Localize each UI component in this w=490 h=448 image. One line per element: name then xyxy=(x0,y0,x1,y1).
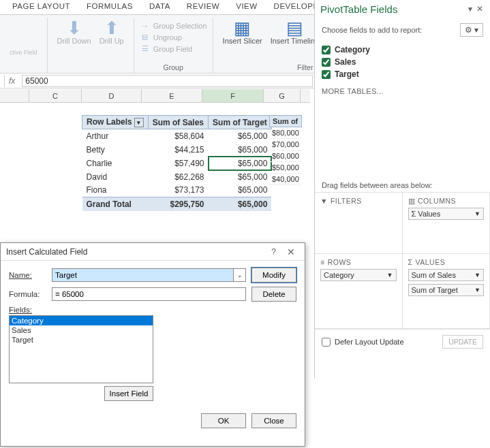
group-label-filter: Filter xyxy=(297,63,313,73)
drag-label: Drag fields between areas below: xyxy=(315,181,490,189)
col-header-blank[interactable] xyxy=(0,89,29,102)
field-checkbox[interactable] xyxy=(322,58,331,67)
chevron-down-icon[interactable]: ▼ xyxy=(474,210,480,217)
area-item-sum-target[interactable]: Sum of Target▼ xyxy=(408,284,485,296)
areas-grid: ▼FILTERS ▥COLUMNS Σ Values▼ ≡ROWS Catego… xyxy=(315,192,490,329)
defer-layout-label: Defer Layout Update xyxy=(335,338,404,346)
values-area[interactable]: ΣVALUES Sum of Sales▼ Sum of Target▼ xyxy=(403,254,491,329)
name-dropdown-icon[interactable]: ⌄ xyxy=(234,268,246,282)
group-field-button[interactable]: ☰Group Field xyxy=(140,44,207,53)
tab-data[interactable]: DATA xyxy=(141,0,179,14)
defer-layout-checkbox[interactable] xyxy=(322,338,331,347)
tab-formulas[interactable]: FORMULAS xyxy=(78,0,141,14)
col-header-d[interactable]: D xyxy=(82,89,142,102)
axis-tick: $80,000 xyxy=(269,127,302,139)
group-label-group: Group xyxy=(164,63,183,73)
ungroup-icon: ⊟ xyxy=(140,33,151,42)
field-checkbox[interactable] xyxy=(322,46,331,54)
field-sales[interactable]: Sales xyxy=(322,56,483,68)
tab-view[interactable]: VIEW xyxy=(228,0,265,14)
arrow-down-icon: ⬇ xyxy=(67,19,82,37)
pivot-row[interactable]: David$62,268$65,000 xyxy=(82,170,272,184)
pivot-row[interactable]: Fiona$73,173$65,000 xyxy=(82,184,272,197)
field-list: Category Sales Target xyxy=(322,44,483,80)
listbox-item-sales[interactable]: Sales xyxy=(10,325,153,335)
group-field-icon: ☰ xyxy=(140,44,151,53)
filters-area[interactable]: ▼FILTERS xyxy=(315,193,403,254)
pane-title: PivotTable Fields xyxy=(320,3,465,15)
tab-review[interactable]: REVIEW xyxy=(179,0,228,14)
field-target[interactable]: Target xyxy=(322,68,483,80)
ok-button[interactable]: OK xyxy=(201,413,246,428)
column-headers: C D E F G xyxy=(0,89,310,103)
formula-input-dialog[interactable] xyxy=(52,287,246,301)
formula-input[interactable]: 65000 xyxy=(22,75,313,87)
listbox-item-target[interactable]: Target xyxy=(10,335,153,345)
slicer-icon: ▦ xyxy=(234,19,251,37)
gear-button[interactable]: ⚙ ▾ xyxy=(460,23,483,37)
filter-area-icon: ▼ xyxy=(320,197,328,205)
chevron-down-icon[interactable]: ▼ xyxy=(474,287,480,293)
columns-area[interactable]: ▥COLUMNS Σ Values▼ xyxy=(403,193,491,254)
col-header-f[interactable]: F xyxy=(202,89,264,102)
pane-dropdown-icon[interactable]: ▾ xyxy=(465,4,475,14)
axis-tick: $70,000 xyxy=(269,139,302,150)
group-selection-icon: → xyxy=(140,22,151,30)
delete-button[interactable]: Delete xyxy=(251,287,296,302)
timeline-icon: ▤ xyxy=(286,19,303,37)
field-checkbox[interactable] xyxy=(322,70,331,79)
rows-area[interactable]: ≡ROWS Category▼ xyxy=(315,254,403,329)
update-button[interactable]: UPDATE xyxy=(442,335,483,349)
dialog-close-icon[interactable]: ✕ xyxy=(283,246,299,257)
area-item-category[interactable]: Category▼ xyxy=(320,269,397,281)
insert-calculated-field-dialog: Insert Calculated Field ? ✕ Name: ⌄ Modi… xyxy=(0,242,305,447)
pivot-header-row-labels[interactable]: Row Labels▾ xyxy=(82,116,149,129)
name-input[interactable] xyxy=(52,268,234,282)
more-tables-link[interactable]: MORE TABLES... xyxy=(322,87,483,95)
modify-button[interactable]: Modify xyxy=(251,268,296,283)
name-label: Name: xyxy=(9,271,46,279)
pivot-row[interactable]: Charlie$57,490$65,000 xyxy=(82,157,272,170)
area-item-sum-sales[interactable]: Sum of Sales▼ xyxy=(408,269,485,281)
side-header[interactable]: Sum of xyxy=(269,115,302,127)
col-header-g[interactable]: G xyxy=(264,89,301,102)
axis-tick: $60,000 xyxy=(269,150,302,162)
drill-up-button[interactable]: ⬆ Drill Up xyxy=(95,19,128,45)
close-button[interactable]: Close xyxy=(251,413,296,428)
fx-icon[interactable]: fx xyxy=(9,76,22,86)
insert-slicer-button[interactable]: ▦ Insert Slicer xyxy=(219,19,266,45)
col-header-c[interactable]: C xyxy=(29,89,82,102)
fields-listbox[interactable]: Category Sales Target xyxy=(9,315,153,383)
pane-close-icon[interactable]: ✕ xyxy=(475,4,485,14)
pivot-header-sum-target[interactable]: Sum of Target xyxy=(209,116,272,129)
arrow-up-icon: ⬆ xyxy=(104,19,119,37)
active-field-partial: ctive Field xyxy=(5,19,42,57)
ungroup-button[interactable]: ⊟Ungroup xyxy=(140,33,207,42)
area-item-sigma-values[interactable]: Σ Values▼ xyxy=(408,208,485,220)
pivot-grand-total-row[interactable]: Grand Total$295,750$65,000 xyxy=(82,197,272,211)
rows-area-icon: ≡ xyxy=(320,258,325,266)
chevron-down-icon[interactable]: ▼ xyxy=(474,272,480,278)
chart-axis-preview: Sum of $80,000 $70,000 $60,000 $50,000 $… xyxy=(269,115,302,185)
pivot-row[interactable]: Betty$44,215$65,000 xyxy=(82,143,272,157)
axis-tick: $50,000 xyxy=(269,162,302,174)
dialog-help-icon[interactable]: ? xyxy=(264,247,283,257)
dialog-title: Insert Calculated Field xyxy=(6,247,87,257)
group-selection-button[interactable]: →Group Selection xyxy=(140,22,207,30)
insert-field-button[interactable]: Insert Field xyxy=(104,386,153,401)
fields-label: Fields: xyxy=(9,306,296,314)
divider xyxy=(4,75,5,87)
listbox-item-category[interactable]: Category xyxy=(10,316,153,325)
chevron-down-icon[interactable]: ▼ xyxy=(387,272,393,278)
col-header-e[interactable]: E xyxy=(142,89,202,102)
selected-cell: $65,000 xyxy=(209,157,272,170)
tab-page-layout[interactable]: PAGE LAYOUT xyxy=(4,0,78,14)
pivot-header-sum-sales[interactable]: Sum of Sales xyxy=(148,116,208,129)
pivot-row[interactable]: Arthur$58,604$65,000 xyxy=(82,129,272,143)
field-category[interactable]: Category xyxy=(322,44,483,56)
row-labels-dropdown-icon[interactable]: ▾ xyxy=(134,118,144,127)
drill-down-button[interactable]: ⬇ Drill Down xyxy=(53,19,95,45)
values-area-icon: Σ xyxy=(408,258,413,266)
formula-label: Formula: xyxy=(9,290,46,298)
pivot-table: Row Labels▾ Sum of Sales Sum of Target A… xyxy=(82,115,272,211)
